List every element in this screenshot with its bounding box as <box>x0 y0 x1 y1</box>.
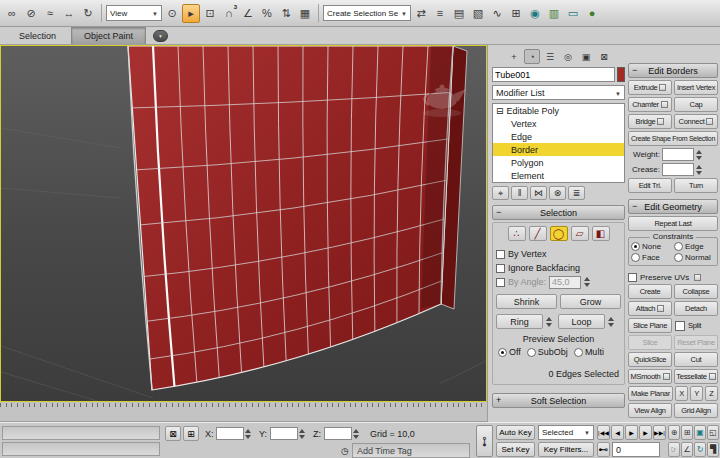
field-of-view-icon[interactable]: ∠ <box>681 442 693 457</box>
make-planar-x-button[interactable]: X <box>675 386 688 401</box>
percent-snap-toggle-icon[interactable]: % <box>258 4 276 23</box>
constraint-none-radio[interactable]: None <box>631 242 672 251</box>
ring-button[interactable]: Ring <box>496 314 543 329</box>
edge-mode-button[interactable]: ╱ <box>529 226 547 241</box>
previous-frame-button[interactable]: ◀ <box>611 425 624 440</box>
remove-modifier-icon[interactable]: ⊗ <box>549 186 566 200</box>
grid-align-button[interactable]: Grid Align <box>674 403 718 418</box>
radio-circle[interactable] <box>631 253 640 262</box>
add-time-tag-field[interactable]: Add Time Tag <box>352 443 470 458</box>
bridge-button[interactable]: Bridge <box>628 114 672 129</box>
absolute-mode-toggle[interactable]: ⊞ <box>183 426 199 441</box>
zoom-icon[interactable]: ⊕ <box>668 425 680 440</box>
stack-item-edge[interactable]: Edge <box>493 130 624 143</box>
make-planar-z-button[interactable]: Z <box>705 386 718 401</box>
next-frame-button[interactable]: ▶ <box>639 425 652 440</box>
radio-circle[interactable] <box>674 242 683 251</box>
settings-box[interactable] <box>709 373 716 380</box>
weight-field[interactable] <box>662 148 694 161</box>
attach-button[interactable]: Attach <box>628 301 672 316</box>
radio-circle[interactable] <box>574 348 583 357</box>
current-frame-field[interactable]: 0 <box>612 442 660 457</box>
make-planar-button[interactable]: Make Planar <box>628 386 673 401</box>
reset-plane-button[interactable]: Reset Plane <box>674 335 718 350</box>
edit-tri-button[interactable]: Edit Tri. <box>628 178 672 193</box>
stack-item-polygon[interactable]: Polygon <box>493 156 624 169</box>
radio-circle[interactable] <box>498 348 507 357</box>
stack-item-vertex[interactable]: Vertex <box>493 117 624 130</box>
x-input[interactable] <box>216 427 244 440</box>
key-mode-toggle[interactable]: ⊷ <box>597 442 610 457</box>
select-and-rotate-icon[interactable]: ↻ <box>79 4 97 23</box>
select-and-move-icon[interactable]: ↔ <box>60 4 78 23</box>
display-panel-tab[interactable]: ▣ <box>578 49 594 64</box>
grow-button[interactable]: Grow <box>560 294 621 309</box>
hierarchy-panel-tab[interactable]: ☰ <box>542 49 558 64</box>
edit-named-selection-sets-icon[interactable]: ▦ <box>296 4 314 23</box>
play-button[interactable]: ▶ <box>625 425 638 440</box>
connect-button[interactable]: Connect <box>674 114 718 129</box>
utilities-panel-tab[interactable]: ⊠ <box>596 49 612 64</box>
quickslice-button[interactable]: QuickSlice <box>628 352 672 367</box>
settings-box[interactable] <box>694 274 701 281</box>
border-mode-button[interactable]: ◯ <box>550 226 568 241</box>
loop-spinner[interactable] <box>608 317 617 327</box>
repeat-last-button[interactable]: Repeat Last <box>628 216 718 231</box>
maximize-viewport-icon[interactable]: ▜ <box>707 442 719 457</box>
stack-item-border[interactable]: Border <box>493 143 624 156</box>
select-and-link-icon[interactable]: ∞ <box>3 4 21 23</box>
go-to-start-button[interactable]: |◀◀ <box>597 425 610 440</box>
constraint-edge-radio[interactable]: Edge <box>674 242 715 251</box>
turn-button[interactable]: Turn <box>674 178 718 193</box>
mirror-icon[interactable]: ⇄ <box>412 4 430 23</box>
preview-multi-radio[interactable]: Multi <box>574 347 604 357</box>
view-align-button[interactable]: View Align <box>628 403 672 418</box>
show-end-result-icon[interactable]: ‖ <box>511 186 528 200</box>
by-vertex-checkbox[interactable]: By Vertex <box>496 247 621 261</box>
pin-stack-icon[interactable]: ⌖ <box>492 186 509 200</box>
split-checkbox[interactable]: Split <box>674 318 718 333</box>
layer-manager-icon[interactable]: ▤ <box>450 4 468 23</box>
create-shape-button[interactable]: Create Shape From Selection <box>628 131 718 146</box>
preview-subobj-radio[interactable]: SubObj <box>527 347 568 357</box>
key-filter-selected-dropdown[interactable]: Selected <box>538 425 594 440</box>
radio-circle[interactable] <box>674 253 683 262</box>
slice-plane-button[interactable]: Slice Plane <box>628 318 672 333</box>
constraint-face-radio[interactable]: Face <box>631 253 672 262</box>
make-unique-icon[interactable]: ⋈ <box>530 186 547 200</box>
loop-button[interactable]: Loop <box>558 314 605 329</box>
edit-geometry-rollout-header[interactable]: − Edit Geometry <box>628 199 718 214</box>
polygon-mode-button[interactable]: ▱ <box>571 226 589 241</box>
ribbon-tab-selection[interactable]: Selection <box>6 27 69 44</box>
shrink-button[interactable]: Shrink <box>496 294 557 309</box>
set-key-button[interactable]: Set Key <box>496 442 535 457</box>
settings-box[interactable] <box>706 118 713 125</box>
edit-borders-rollout-header[interactable]: − Edit Borders <box>628 63 718 78</box>
maxscript-mini-listener-top[interactable] <box>2 426 160 440</box>
orbit-icon[interactable]: ↻ <box>694 442 706 457</box>
configure-modifier-sets-icon[interactable]: ≣ <box>568 186 585 200</box>
preserve-uvs-checkbox[interactable]: Preserve UVs <box>628 270 718 284</box>
schematic-view-icon[interactable]: ⊞ <box>507 4 525 23</box>
stack-expand-icon[interactable]: ⊟ <box>496 106 504 116</box>
checkbox-box[interactable] <box>628 273 637 282</box>
vertex-mode-button[interactable]: ∴ <box>508 226 526 241</box>
y-input[interactable] <box>270 427 298 440</box>
angle-snap-toggle-icon[interactable]: ∠ <box>239 4 257 23</box>
motion-panel-tab[interactable]: ◎ <box>560 49 576 64</box>
object-color-swatch[interactable] <box>617 67 625 82</box>
stack-item-element[interactable]: Element <box>493 169 624 182</box>
selection-lock-toggle[interactable]: ⊠ <box>165 426 181 441</box>
render-production-icon[interactable]: ● <box>583 4 601 23</box>
create-panel-tab[interactable]: + <box>506 49 522 64</box>
ring-spinner[interactable] <box>546 317 555 327</box>
rendered-frame-window-icon[interactable]: ▭ <box>564 4 582 23</box>
set-keys-button[interactable]: ⊶ <box>476 425 493 457</box>
settings-box[interactable] <box>659 84 666 91</box>
z-input[interactable] <box>324 427 352 440</box>
create-button[interactable]: Create <box>628 284 672 299</box>
material-editor-icon[interactable]: ◉ <box>526 4 544 23</box>
align-icon[interactable]: ≡ <box>431 4 449 23</box>
pan-icon[interactable]: ☞ <box>668 442 680 457</box>
spinner-snap-toggle-icon[interactable]: ⇅ <box>277 4 295 23</box>
